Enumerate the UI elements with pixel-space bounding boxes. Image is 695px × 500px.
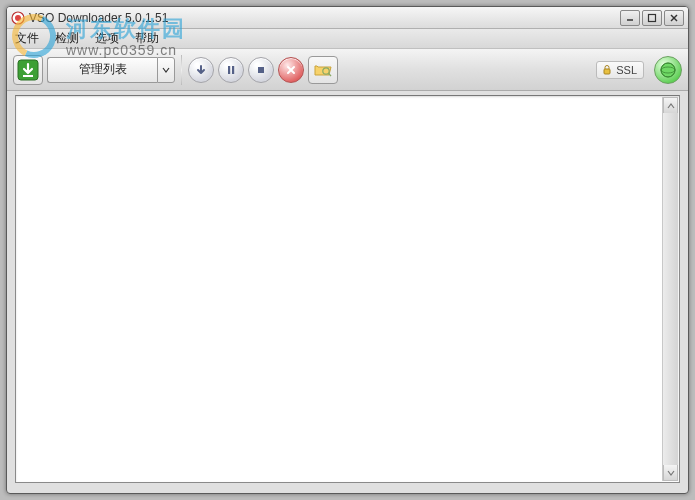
close-button[interactable] [664,10,684,26]
svg-rect-7 [23,75,33,77]
minimize-button[interactable] [620,10,640,26]
scroll-up-button[interactable] [663,97,678,113]
app-icon [11,11,25,25]
network-status-button[interactable] [654,56,682,84]
chevron-down-icon [667,469,675,477]
toolbar-separator [181,55,182,85]
delete-button[interactable] [278,57,304,83]
chevron-up-icon [667,102,675,110]
toolbar-right: SSL [596,56,682,84]
menu-detect[interactable]: 检测 [53,28,81,49]
svg-rect-3 [649,14,656,21]
svg-rect-9 [232,66,234,74]
menu-file[interactable]: 文件 [13,28,41,49]
toolbar-left: 管理列表 [13,55,175,85]
lock-icon [601,64,613,76]
download-button[interactable] [13,55,43,85]
window-controls [620,10,684,26]
close-icon [284,63,298,77]
open-folder-button[interactable] [308,56,338,84]
globe-icon [659,61,677,79]
download-list-area[interactable] [15,95,680,483]
folder-search-icon [313,61,333,79]
stop-icon [254,63,268,77]
pause-icon [224,63,238,77]
svg-rect-10 [258,67,264,73]
manage-list-label[interactable]: 管理列表 [47,57,157,83]
svg-rect-15 [604,69,610,74]
ssl-toggle[interactable]: SSL [596,61,644,79]
stop-button[interactable] [248,57,274,83]
svg-line-14 [328,73,331,76]
scroll-down-button[interactable] [663,465,678,481]
menubar: 文件 检测 选项 帮助 [7,29,688,49]
ssl-label: SSL [616,64,637,76]
titlebar: VSO Downloader 5.0.1.51 [7,7,688,29]
menu-help[interactable]: 帮助 [133,28,161,49]
toolbar: 管理列表 [7,49,688,91]
scrollbar-track[interactable] [663,113,678,465]
app-window: VSO Downloader 5.0.1.51 文件 检测 选项 帮助 [6,6,689,494]
dropdown-arrow-icon[interactable] [157,57,175,83]
menu-options[interactable]: 选项 [93,28,121,49]
start-button[interactable] [188,57,214,83]
pause-button[interactable] [218,57,244,83]
vertical-scrollbar[interactable] [662,97,678,481]
svg-rect-8 [228,66,230,74]
svg-point-1 [15,15,21,21]
maximize-button[interactable] [642,10,662,26]
manage-list-dropdown[interactable]: 管理列表 [47,57,175,83]
window-title: VSO Downloader 5.0.1.51 [29,11,620,25]
toolbar-center [188,56,338,84]
down-arrow-icon [194,63,208,77]
